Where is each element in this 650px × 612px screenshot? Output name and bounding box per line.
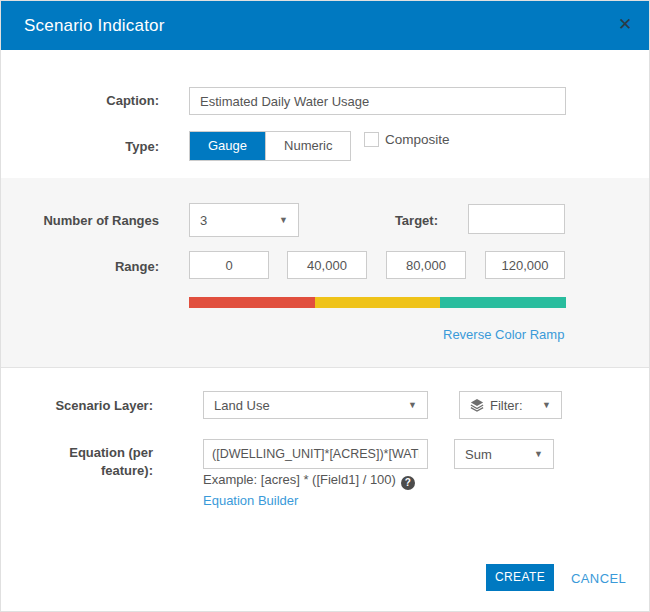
- type-option-gauge[interactable]: Gauge: [190, 132, 265, 160]
- color-ramp-segment-red: [189, 297, 315, 308]
- layers-icon: [470, 398, 484, 412]
- help-icon[interactable]: ?: [401, 476, 415, 490]
- filter-label: Filter:: [490, 398, 536, 413]
- range-input-3[interactable]: [386, 251, 466, 279]
- equation-label-line1: Equation (per: [1, 444, 153, 462]
- range-input-2[interactable]: [287, 251, 367, 279]
- type-option-numeric[interactable]: Numeric: [265, 132, 350, 160]
- equation-input[interactable]: [203, 439, 428, 469]
- range-input-4[interactable]: [485, 251, 565, 279]
- color-ramp-segment-green: [440, 297, 566, 308]
- range-label: Range:: [1, 259, 159, 274]
- target-label: Target:: [281, 213, 438, 228]
- scenario-layer-value: Land Use: [214, 398, 402, 413]
- number-of-ranges-value: 3: [200, 213, 273, 228]
- reverse-color-ramp-link[interactable]: Reverse Color Ramp: [443, 327, 564, 342]
- color-ramp: [189, 297, 566, 308]
- chevron-down-icon: ▼: [542, 400, 551, 410]
- dialog-titlebar: Scenario Indicator ✕: [1, 1, 650, 50]
- close-icon[interactable]: ✕: [614, 14, 636, 36]
- chevron-down-icon: ▼: [408, 400, 417, 410]
- aggregation-dropdown[interactable]: Sum ▼: [454, 439, 554, 469]
- equation-label-line2: feature):: [1, 462, 153, 480]
- equation-example-text: Example: [acres] * ([Field1] / 100): [203, 472, 396, 487]
- composite-label: Composite: [385, 132, 450, 147]
- type-segmented-control: Gauge Numeric: [189, 131, 351, 161]
- scenario-layer-dropdown[interactable]: Land Use ▼: [203, 391, 428, 419]
- scenario-indicator-dialog: Scenario Indicator ✕ Caption: Type: Gaug…: [0, 0, 650, 612]
- type-label: Type:: [1, 139, 159, 154]
- filter-dropdown[interactable]: Filter: ▼: [459, 391, 562, 419]
- caption-input[interactable]: [189, 87, 566, 115]
- equation-builder-link[interactable]: Equation Builder: [203, 493, 298, 508]
- chevron-down-icon: ▼: [534, 449, 543, 459]
- equation-label: Equation (per feature):: [1, 444, 153, 479]
- aggregation-value: Sum: [465, 447, 528, 462]
- target-input[interactable]: [468, 204, 565, 234]
- caption-label: Caption:: [1, 93, 159, 108]
- range-input-1[interactable]: [189, 251, 269, 279]
- equation-example: Example: [acres] * ([Field1] / 100)?: [203, 472, 415, 490]
- scenario-layer-label: Scenario Layer:: [1, 398, 153, 413]
- create-button[interactable]: CREATE: [486, 564, 554, 591]
- color-ramp-segment-yellow: [315, 297, 441, 308]
- cancel-button[interactable]: CANCEL: [571, 571, 626, 586]
- composite-checkbox[interactable]: [364, 132, 379, 147]
- number-of-ranges-label: Number of Ranges: [1, 213, 159, 228]
- dialog-title: Scenario Indicator: [24, 1, 165, 50]
